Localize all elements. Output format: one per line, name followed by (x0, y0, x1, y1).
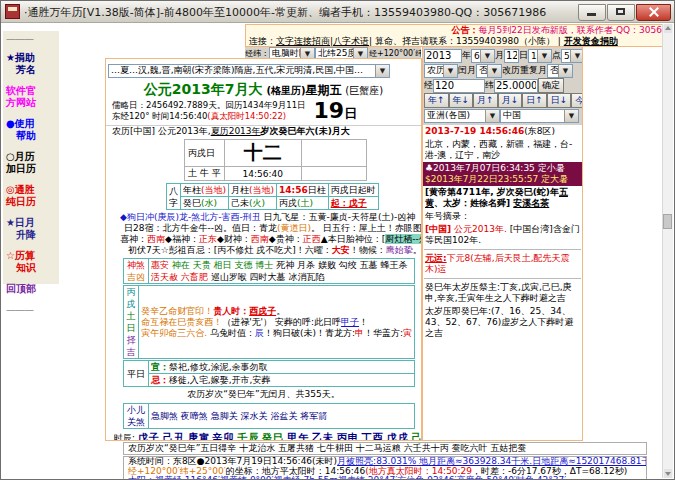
separator: | (558, 36, 561, 46)
minimize-button[interactable] (578, 4, 606, 21)
sidebar-item-donors[interactable]: ★捐助 芳名 (3, 52, 59, 76)
taisui-line-1: 癸巳年太岁压祭主:丁亥,戊寅,己巳,庚申,辛亥,壬寅年生之人下葬时避之吉 (423, 281, 582, 305)
close-button[interactable] (636, 4, 671, 21)
julian-day: 儒略日：2456492.7889天。回历1434年9月11日 (112, 100, 306, 111)
chevron-down-icon: ▼ (443, 65, 457, 77)
day-input[interactable] (504, 49, 519, 63)
suitable-avoid-table: 平日 宜：祭祀,修坟,涂泥,余事勿取 忌：移徙,入宅,嫁娶,开市,安葬 (123, 360, 415, 387)
current-hour: 乙未 (312, 432, 334, 441)
gods-direction-line: 喜神：西南◆福神：正东◆财神：西南◆贵神：正西▲本日胎神位：[厨灶栖--外西北 (106, 234, 421, 245)
era-label: 年号摘录： (423, 210, 582, 223)
link-business[interactable]: 文字连接招商 (276, 36, 330, 46)
bazi-table: 八字 年柱(当地) 月柱(当地) 14:56日柱 丙戌日起时 癸巳(水) 己未(… (166, 183, 379, 210)
huangdi-year-line: [黄帝第4711年, 岁次癸巳(蛇)年五黄、太岁：姓徐名舜] 安溪名茶 (423, 186, 582, 210)
weekday: 星期五 (306, 83, 342, 97)
timezone-coverage: 北京，内蒙，西藏，新疆，福建，台-港-澳，辽宁，南沙 (423, 138, 582, 162)
sidebar-divider-bottom: ——— (3, 304, 59, 316)
calendar-type-select[interactable]: 农历▼ (424, 64, 458, 78)
day-ganzhi: 丙戌日 (185, 140, 225, 167)
bazi-header: 八字 (167, 184, 181, 210)
app-window: ·通胜万年历[V1.38版-简体]-前4800年至10000年-常更新、编者手机… (0, 0, 675, 480)
chevron-down-icon: ▼ (558, 65, 572, 77)
hour-select[interactable]: 14▼ (528, 49, 552, 63)
links-prefix: 连接： (249, 36, 276, 46)
chevron-down-icon: ▼ (570, 50, 583, 62)
mansion-line: 日28宿：北方牛金牛--凶。值日：青龙(黄道日)。 日五行：屋上土！赤眼图：狐狸 (106, 223, 421, 234)
sidebar-item-calendar-knowledge[interactable]: ☆历算 知识 (3, 250, 59, 274)
true-solar-time: (真太阳时14:50:22) (207, 111, 286, 121)
sidebar-divider-top: ——— (3, 33, 59, 45)
gregorian-date: 公元2013年7月大 (144, 81, 263, 97)
scrollbar-thumb[interactable] (663, 214, 672, 229)
lunar-year-text: 岁次癸巳年六(未)月大 (261, 126, 350, 136)
titlebar[interactable]: ·通胜万年历[V1.38版-简体]-前4800年至10000年-常更新、编者手机… (1, 1, 675, 23)
longitude-input[interactable] (433, 79, 485, 93)
region-select[interactable]: 亚洲(各国)▼ (424, 109, 500, 123)
link-bazi-terms[interactable]: 八字术语 (333, 36, 369, 46)
sidebar-item-sun-moon[interactable]: ★日月 升降 (3, 217, 59, 241)
year-up-button[interactable]: 年↑ (424, 93, 449, 108)
duplicate-month-select[interactable]: 否▼ (547, 64, 573, 78)
dynasty-select[interactable]: …夏…汉,魏,晋,南朝(宋齐梁陈)隋唐,五代,宋元明清,民国,中国…▼ (108, 64, 390, 78)
duplicate-month-label: 改历重复月 (502, 64, 547, 77)
chevron-down-icon: ▼ (480, 50, 494, 62)
vertical-scrollbar[interactable] (662, 24, 673, 478)
maximize-icon (616, 8, 625, 15)
shensha-table: 神煞吉凶 惠安 神在 天贵 相日 支德 博士 死神 月杀 媄败 勾绞 五墓 蜂王… (123, 258, 415, 284)
contact-text: 算命、择吉请联系：13559403980（小陈） (372, 36, 558, 46)
pengzu-line: 初伏7天☆彭祖百忌：[丙不修灶 戌不吃犬]！六曜：大安！物候：鹰始挚。 (106, 245, 421, 256)
day-up-button[interactable]: 日↑ (522, 93, 547, 108)
solar-terms-banner: ♣2013年7月07日6:34:35 定小暑 $2013年7月22日23:55:… (423, 162, 582, 186)
era-lines: [中国] 公元2013年. [中国台湾]含金门等民国102年. (423, 223, 582, 247)
xiali-link[interactable]: 夏历2013年 (211, 126, 261, 136)
right-control-panel: 年 6▼ 月 日 14▼ 点 56▼ 分 农历▼ 闰月 否▼ 改历重复月 否▼ … (422, 46, 583, 441)
minute-select[interactable]: 56▼ (561, 49, 583, 63)
zeji-table: 丙戌土日择吉 癸辛乙命财官印！贵人时：酉戌子。 命互禄在巳贵亥酉！（进禄'无'）… (123, 285, 415, 359)
maximize-button[interactable] (607, 4, 635, 21)
notice-box: 公告：每月5到22日发布新版，联系作者-QQ：3056 连接：文字连接招商|八字… (245, 24, 665, 47)
day-info-table: 丙戌日 十二 土 牛 平 14:56:40 (184, 139, 367, 181)
latitude-label: 纬 (485, 79, 494, 92)
country-select[interactable]: 中国▼ (500, 109, 579, 123)
notice-label: 公告： (452, 25, 479, 35)
day-down-button[interactable]: 日↓ (547, 93, 572, 108)
latitude-input[interactable] (494, 79, 538, 93)
chevron-down-icon: ▼ (487, 65, 501, 77)
year-down-button[interactable]: 年↓ (449, 93, 474, 108)
app-icon (5, 4, 20, 19)
fetal-god-position: 厨灶栖--外西北 (385, 234, 422, 244)
sidebar-item-pure-calendar[interactable]: ◎通胜 纯日历 (3, 184, 59, 208)
notice-text: 每月5到22日发布新版，联系作者-QQ：3056 (479, 25, 663, 35)
leap-month-select[interactable]: 否▼ (476, 64, 502, 78)
scroll-up-button[interactable] (664, 24, 672, 33)
link-funding[interactable]: 开发资金捐助 (564, 36, 618, 46)
spring-ox-line: 农历岁次“癸巳年”五日得辛 十龙治水 五屠共猪 七牛耕田 十二马运粮 六壬共十丙… (123, 442, 647, 455)
suitable-label: 宜： (151, 362, 169, 372)
scroll-down-button[interactable] (664, 469, 672, 478)
divider (424, 278, 581, 279)
window-title: ·通胜万年历[V1.38版-简体]-前4800年至10000年-常更新、编者手机… (24, 5, 546, 20)
confirm-button[interactable]: 确定 (538, 78, 564, 93)
tea-ad-link[interactable]: 安溪名茶 (513, 198, 549, 208)
longitude-label: 经 (424, 79, 433, 92)
divider (424, 249, 581, 250)
chevron-down-icon: ▼ (537, 50, 551, 62)
empty-cell (301, 167, 366, 181)
arrow-down-icon (665, 472, 671, 476)
year-input[interactable] (424, 49, 462, 63)
sidebar-item-back-to-top[interactable]: 回顶部 (3, 283, 59, 295)
minimize-icon (587, 13, 596, 16)
sidebar-item-month-calendar[interactable]: ○月历 加日历 (3, 151, 59, 175)
month-up-button[interactable]: 月↑ (473, 93, 498, 108)
month-select[interactable]: 6▼ (471, 49, 495, 63)
sidebar-item-official-site[interactable]: 软件官 方网站 (3, 85, 59, 109)
clash-line: ◆狗日冲(庚辰)龙-煞北方-害酉-刑丑 日九飞星：五黄-廉贞-天符星(土)-凶神 (106, 212, 421, 223)
children-shensha-table: 小儿关煞 急脚煞 夜啼煞 急脚关 深水关 浴盆关 将军箭 (123, 403, 415, 429)
sidebar-item-help[interactable]: ●使用 帮助 (3, 118, 59, 142)
month-down-button[interactable]: 月↓ (498, 93, 523, 108)
pingri-header: 平日 (124, 361, 149, 387)
year-unit: 年 (462, 49, 471, 62)
day-unit: 日 (519, 49, 528, 62)
today-button[interactable]: 今 (571, 93, 583, 108)
chevron-down-icon: ▼ (375, 65, 389, 77)
